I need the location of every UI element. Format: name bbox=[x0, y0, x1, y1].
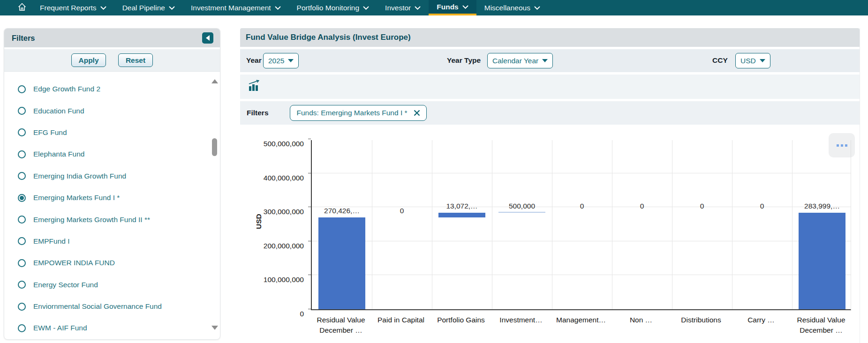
fund-filter-chip[interactable]: Funds: Emerging Markets Fund I * bbox=[290, 105, 427, 121]
fund-option[interactable]: Education Fund bbox=[4, 100, 211, 121]
radio-icon[interactable] bbox=[18, 324, 26, 332]
x-axis-label: Residual ValueDecember … bbox=[311, 315, 371, 336]
bar-chart-toggle-button[interactable] bbox=[246, 79, 262, 95]
nav-item-portfolio-monitoring[interactable]: Portfolio Monitoring bbox=[289, 0, 377, 15]
fund-list-scrollbar[interactable] bbox=[211, 78, 218, 331]
fund-option[interactable]: EMPFund I bbox=[4, 231, 211, 252]
report-controls: Year 2025 Year Type Calendar Year CCY US… bbox=[240, 49, 860, 72]
x-axis-label: Carry … bbox=[731, 315, 791, 325]
fund-option[interactable]: Energy Sector Fund bbox=[4, 274, 211, 296]
chevron-down-icon bbox=[462, 5, 468, 9]
y-tick-mark bbox=[308, 275, 311, 275]
y-tick-mark bbox=[308, 173, 311, 173]
fund-option[interactable]: Emerging Markets Fund I * bbox=[4, 187, 211, 209]
fund-option-label: Elephanta Fund bbox=[33, 150, 84, 158]
radio-icon[interactable] bbox=[18, 85, 26, 93]
ccy-dropdown[interactable]: USD bbox=[735, 53, 770, 68]
x-axis-label: Residual ValueDecember … bbox=[791, 315, 851, 336]
radio-icon[interactable] bbox=[18, 107, 26, 115]
gridline bbox=[792, 140, 793, 309]
nav-item-frequent-reports[interactable]: Frequent Reports bbox=[32, 0, 114, 15]
fund-option-label: EMPFund I bbox=[33, 237, 70, 246]
fund-option[interactable]: Elephanta Fund bbox=[4, 143, 211, 165]
radio-icon[interactable] bbox=[18, 150, 26, 158]
radio-icon[interactable] bbox=[18, 259, 26, 267]
reset-button[interactable]: Reset bbox=[118, 53, 153, 67]
y-tick-label: 200,000,000 bbox=[264, 242, 304, 250]
radio-icon[interactable] bbox=[18, 172, 26, 180]
nav-item-investment-management[interactable]: Investment Management bbox=[183, 0, 289, 15]
y-tick-label: 300,000,000 bbox=[264, 208, 304, 216]
fund-option-label: EMPOWER INDIA FUND bbox=[33, 259, 115, 267]
chart-plot: 270,426,…013,072,…500,0000000283,999,… bbox=[311, 140, 851, 310]
nav-item-deal-pipeline[interactable]: Deal Pipeline bbox=[114, 0, 183, 15]
fund-option[interactable]: Emerging Markets Growth Fund II ** bbox=[4, 209, 211, 230]
chart-area: USD 270,426,…013,072,…500,0000000283,999… bbox=[240, 127, 860, 343]
close-icon[interactable] bbox=[413, 109, 421, 117]
chart-bar bbox=[498, 212, 545, 213]
radio-icon[interactable] bbox=[18, 128, 26, 136]
chevron-down-icon bbox=[363, 6, 369, 10]
gridline bbox=[552, 140, 552, 309]
active-filters-label: Filters bbox=[247, 109, 269, 117]
year-label: Year bbox=[246, 56, 262, 65]
chevron-down-icon bbox=[542, 59, 548, 62]
nav-item-miscellaneous[interactable]: Miscellaneous bbox=[476, 0, 548, 15]
y-tick-label: 100,000,000 bbox=[264, 276, 304, 284]
collapse-filters-button[interactable] bbox=[202, 32, 213, 44]
chevron-down-icon bbox=[275, 6, 281, 10]
gridline bbox=[732, 140, 732, 309]
y-axis-title: USD bbox=[255, 214, 263, 229]
nav-item-label: Funds bbox=[437, 3, 459, 11]
radio-icon[interactable] bbox=[18, 237, 26, 245]
filters-panel-header: Filters bbox=[4, 29, 220, 47]
gridline bbox=[372, 140, 372, 309]
nav-item-funds[interactable]: Funds bbox=[429, 0, 476, 15]
fund-option[interactable]: Edge Growth Fund 2 bbox=[4, 78, 211, 100]
scroll-down-icon[interactable] bbox=[211, 326, 218, 330]
bar-value-label: 13,072,… bbox=[432, 202, 492, 210]
scrollbar-thumb[interactable] bbox=[212, 138, 217, 156]
filters-title: Filters bbox=[12, 34, 35, 43]
scroll-up-icon[interactable] bbox=[211, 79, 218, 83]
y-tick-mark bbox=[308, 139, 311, 139]
fund-option[interactable]: EFG Fund bbox=[4, 122, 211, 143]
chart-bar bbox=[318, 217, 365, 309]
gridline bbox=[672, 140, 672, 309]
bar-value-label: 0 bbox=[372, 207, 432, 215]
fund-option-label: EFG Fund bbox=[33, 128, 67, 137]
radio-icon[interactable] bbox=[18, 194, 26, 202]
fund-option[interactable]: Emerging India Growth Fund bbox=[4, 165, 211, 187]
ccy-label: CCY bbox=[712, 56, 728, 65]
y-tick-label: 0 bbox=[300, 310, 304, 318]
year-dropdown[interactable]: 2025 bbox=[263, 53, 299, 68]
bar-value-label: 0 bbox=[732, 202, 792, 210]
fund-option-label: EWM - AIF Fund bbox=[33, 324, 87, 332]
fund-option-label: Edge Growth Fund 2 bbox=[33, 85, 100, 93]
nav-item-label: Frequent Reports bbox=[40, 4, 97, 12]
y-tick-label: 500,000,000 bbox=[264, 140, 304, 148]
bar-value-label: 283,999,… bbox=[792, 202, 852, 210]
chart-menu-button[interactable] bbox=[829, 133, 855, 157]
radio-icon[interactable] bbox=[18, 281, 26, 289]
nav-item-label: Investment Management bbox=[191, 4, 271, 12]
apply-button[interactable]: Apply bbox=[71, 53, 106, 67]
nav-item-investor[interactable]: Investor bbox=[377, 0, 429, 15]
chart-bar bbox=[438, 213, 485, 217]
fund-option[interactable]: EWM - AIF Fund bbox=[4, 317, 211, 339]
home-button[interactable] bbox=[12, 0, 32, 15]
bar-value-label: 500,000 bbox=[492, 202, 552, 210]
fund-option[interactable]: Enviornmental Social Governance Fund bbox=[4, 296, 211, 317]
fund-option[interactable]: EMPOWER INDIA FUND bbox=[4, 252, 211, 274]
radio-icon[interactable] bbox=[18, 303, 26, 311]
app-window: Frequent ReportsDeal PipelineInvestment … bbox=[0, 0, 868, 343]
ccy-value: USD bbox=[740, 57, 756, 65]
chevron-down-icon bbox=[100, 6, 106, 10]
x-axis-label: Portfolio Gains bbox=[431, 315, 491, 325]
fund-option-label: Emerging India Growth Fund bbox=[33, 172, 126, 180]
page-title-bar: Fund Value Bridge Analysis (Invest Europ… bbox=[240, 28, 860, 47]
radio-icon[interactable] bbox=[18, 216, 26, 224]
gridline bbox=[312, 173, 851, 173]
year-type-dropdown[interactable]: Calendar Year bbox=[487, 53, 553, 68]
chevron-down-icon bbox=[288, 59, 294, 62]
